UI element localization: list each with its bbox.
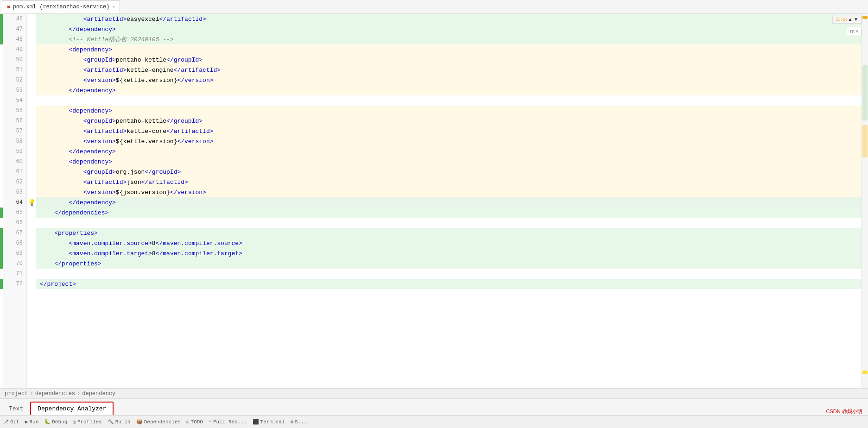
line-number: 71 (3, 269, 26, 279)
code-line: <groupId>pentaho-kettle</groupId> (36, 55, 862, 65)
gutter-line (27, 44, 36, 55)
line-number: 52 (3, 75, 26, 85)
toolbar-todo[interactable]: ☑ TODO (186, 419, 203, 425)
breadcrumb-bar: project › dependencies › dependency (0, 388, 868, 398)
line-number: 48 (3, 34, 26, 44)
build-icon: 🔨 (108, 419, 114, 425)
code-line: <version>${kettle.version}</version> (36, 136, 862, 146)
plugin-badge[interactable]: m × (847, 27, 862, 35)
deps-icon: 📦 (136, 419, 143, 425)
gutter-line (27, 279, 36, 289)
tab-label: pom.xml (renxiaozhao-service) (13, 4, 110, 10)
code-line (36, 269, 862, 279)
line-number: 57 (3, 126, 26, 136)
gutter-line (27, 106, 36, 116)
gutter-line (27, 55, 36, 65)
code-line (36, 218, 862, 228)
toolbar-debug[interactable]: 🐛 Debug (44, 419, 67, 425)
plugin-close[interactable]: × (855, 28, 858, 34)
gutter-line (27, 218, 36, 228)
tab-text[interactable]: Text (2, 402, 30, 415)
close-tab-icon[interactable]: × (112, 5, 115, 10)
breadcrumb-dependency[interactable]: dependency (82, 390, 115, 397)
scroll-indicator-3 (862, 371, 868, 374)
toolbar-bar: ⎇ Git ▶ Run 🐛 Debug ◎ Profiles 🔨 Build 📦… (0, 415, 868, 428)
code-line: <dependency> (36, 157, 862, 167)
toolbar-run[interactable]: ▶ Run (25, 419, 38, 425)
toolbar-build[interactable]: 🔨 Build (108, 419, 131, 425)
breadcrumb-project[interactable]: project (5, 390, 28, 397)
code-line: <groupId>org.json</groupId> (36, 167, 862, 177)
scrollbar[interactable] (862, 14, 868, 388)
line-number: 50 (3, 55, 26, 65)
line-number: 69 (3, 248, 26, 258)
line-number: 59 (3, 146, 26, 157)
line-number: 65 (3, 208, 26, 218)
code-line: <artifactId>kettle-core</artifactId> (36, 126, 862, 136)
line-number: 64 (3, 197, 26, 208)
code-line: <maven.compiler.source>8</maven.compiler… (36, 238, 862, 248)
pom-xml-tab[interactable]: m pom.xml (renxiaozhao-service) × (2, 0, 120, 13)
lightbulb-icon[interactable]: 💡 (28, 199, 36, 207)
line-number: 70 (3, 258, 26, 269)
line-number: 68 (3, 238, 26, 248)
toolbar-git[interactable]: ⎇ Git (3, 419, 19, 425)
scroll-indicator-2 (862, 125, 868, 157)
terminal-icon: ⬛ (253, 419, 259, 425)
warning-icon: ⚠ (836, 16, 840, 22)
toolbar-dependencies[interactable]: 📦 Dependencies (136, 419, 181, 425)
line-number: 49 (3, 44, 26, 55)
debug-icon: 🐛 (44, 419, 51, 425)
gutter-line (27, 65, 36, 75)
toolbar-services[interactable]: ⚙ S... (290, 419, 307, 425)
gutter-line (27, 14, 36, 24)
gutter-line (27, 34, 36, 44)
toolbar-terminal[interactable]: ⬛ Terminal (253, 419, 285, 425)
code-line: </properties> (36, 258, 862, 269)
line-number: 61 (3, 167, 26, 177)
code-line: </project> (36, 279, 862, 289)
line-number: 51 (3, 65, 26, 75)
gutter-line: 💡 (27, 197, 36, 208)
code-line: </dependency> (36, 197, 862, 208)
gutter-line (27, 187, 36, 197)
code-line: <groupId>pentaho-kettle</groupId> (36, 116, 862, 126)
gutter-line (27, 24, 36, 34)
line-number: 58 (3, 136, 26, 146)
warning-up-icon: ▲ ▼ (848, 17, 858, 22)
breadcrumb-sep-2: › (77, 390, 80, 397)
line-number: 55 (3, 106, 26, 116)
tab-dependency-analyzer[interactable]: Dependency Analyzer (30, 402, 114, 415)
code-line (36, 95, 862, 106)
line-number: 60 (3, 157, 26, 167)
profiles-icon: ◎ (73, 419, 76, 425)
toolbar-profiles[interactable]: ◎ Profiles (73, 419, 101, 425)
gutter-line (27, 136, 36, 146)
gutter-line (27, 258, 36, 269)
run-icon: ▶ (25, 419, 28, 425)
scroll-warning-marker (862, 16, 868, 19)
pullreq-icon: ⑂ (209, 419, 212, 425)
line-number: 62 (3, 177, 26, 187)
code-line: <artifactId>easyexcel</artifactId> (36, 14, 862, 24)
code-line: <maven.compiler.target>8</maven.compiler… (36, 248, 862, 258)
code-line: <artifactId>kettle-engine</artifactId> (36, 65, 862, 75)
tab-bar: m pom.xml (renxiaozhao-service) × (0, 0, 868, 14)
code-line: <properties> (36, 228, 862, 238)
code-area[interactable]: <artifactId>easyexcel</artifactId> </dep… (36, 14, 862, 388)
breadcrumb-dependencies[interactable]: dependencies (35, 390, 75, 397)
code-line: <dependency> (36, 44, 862, 55)
gutter-line (27, 177, 36, 187)
bottom-tabs: Text Dependency Analyzer CSDN @妈小明 (0, 398, 868, 415)
gutter-line (27, 75, 36, 85)
code-line: <version>${json.version}</version> (36, 187, 862, 197)
line-number: 47 (3, 24, 26, 34)
code-line: </dependencies> (36, 208, 862, 218)
gutter-line (27, 85, 36, 95)
line-number: 63 (3, 187, 26, 197)
gutter-line (27, 248, 36, 258)
code-line: <version>${kettle.version}</version> (36, 75, 862, 85)
toolbar-pullreq[interactable]: ⑂ Pull Req... (209, 419, 247, 425)
gutter-line (27, 167, 36, 177)
gutter-line (27, 116, 36, 126)
